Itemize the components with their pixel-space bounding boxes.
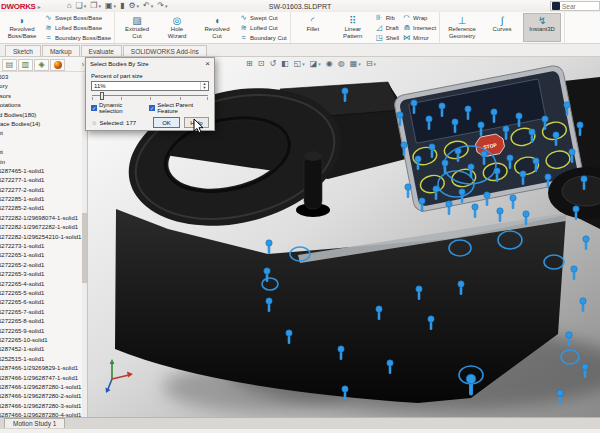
instant3d-button[interactable]: ↯Instant3D — [523, 13, 561, 42]
displaymanager-tab[interactable] — [50, 59, 65, 71]
select-parent-feature-checkbox[interactable]: ✓ Select Parent Feature — [149, 102, 209, 114]
tree-item[interactable]: Front — [0, 129, 82, 138]
dynamic-selection-checkbox[interactable]: ✓ Dynamic selection — [91, 102, 142, 114]
tree-item[interactable]: History — [0, 82, 82, 91]
checkbox-checked-icon[interactable]: ✓ — [149, 105, 155, 111]
tree-item[interactable]: 6272282-1/29672282-1-solid1 — [0, 223, 82, 232]
tree-item[interactable]: 6272265-3-solid1 — [0, 270, 82, 279]
rebuild-icon[interactable]: ▮ — [120, 1, 124, 11]
reference-geometry-button[interactable]: ⊥Reference Geometry — [443, 13, 481, 42]
curves-button[interactable]: ∫Curves — [483, 13, 521, 42]
mirror-button[interactable]: ⋈Mirror — [402, 33, 436, 42]
draft-button[interactable]: ◿Draft — [375, 23, 399, 32]
checkbox-checked-icon[interactable]: ✓ — [91, 105, 97, 111]
tree-item[interactable]: 6252515-1-solid1 — [0, 355, 82, 364]
new-document-icon[interactable]: ❏▾ — [76, 1, 87, 11]
swept-cut-button[interactable]: ∿Swept Cut — [239, 13, 287, 22]
previous-view-icon[interactable]: ↺ — [269, 59, 276, 68]
spin-buttons[interactable]: ▲▼ — [200, 82, 208, 90]
close-icon[interactable]: × — [205, 59, 210, 68]
scene-icon[interactable]: ▦▾ — [350, 59, 361, 68]
tree-item[interactable]: Solid Bodies(180) — [0, 111, 82, 120]
configurationmanager-tab[interactable]: ◈ — [34, 59, 49, 71]
tree-item[interactable]: Top — [0, 139, 82, 148]
tree-item[interactable]: 6287466-1/296287280-2-solid1 — [0, 392, 82, 401]
tree-item[interactable]: 6287466-1/29269829-1-solid1 — [0, 364, 82, 373]
revolved-cut-button[interactable]: ◖Revolved Cut — [198, 13, 236, 42]
extruded-cut-button[interactable]: ▨Extruded Cut — [118, 13, 156, 42]
dialog-title-bar[interactable]: Select Bodies By Size × — [86, 58, 214, 69]
help-button[interactable]: Help — [184, 117, 209, 128]
percent-slider[interactable] — [91, 92, 209, 100]
search-input[interactable]: Sear — [562, 3, 576, 10]
tree-item[interactable]: 6272265-6-solid1 — [0, 298, 82, 307]
propertymanager-tab[interactable]: ▥ — [18, 59, 33, 71]
tree-item[interactable]: 6272282-1/296254210-1-solid1 — [0, 233, 82, 242]
tree-item[interactable]: 6272265-7-solid1 — [0, 308, 82, 317]
tab-markup[interactable]: Markup — [42, 45, 80, 56]
swept-boss-base-button[interactable]: ∿Swept Boss/Base — [44, 13, 111, 22]
tree-item[interactable]: 6272265-9-solid1 — [0, 327, 82, 336]
section-view-icon[interactable]: ◧ — [281, 59, 289, 68]
hide-show-items-icon[interactable]: ◉ — [326, 59, 333, 68]
tab-sketch[interactable]: Sketch — [5, 45, 41, 56]
tree-item[interactable]: 6287466-1/296287280-1-solid1 — [0, 383, 82, 392]
lofted-cut-button[interactable]: ≋Lofted Cut — [239, 23, 287, 32]
appearances-icon[interactable]: ◍ — [338, 59, 345, 68]
tree-item[interactable]: Right — [0, 148, 82, 157]
display-style-icon[interactable]: ◪▾ — [310, 59, 321, 68]
options-icon[interactable]: ⚙▾ — [128, 1, 139, 11]
zoom-to-area-icon[interactable]: ⊡ — [258, 59, 265, 68]
tree-item[interactable]: 6272265-5-solid1 — [0, 289, 82, 298]
percent-value[interactable]: 11% — [92, 82, 200, 90]
tree-item[interactable]: 6272282-1/29698074-1-solid1 — [0, 214, 82, 223]
tree-item[interactable]: 6272273-1-solid1 — [0, 242, 82, 251]
view-settings-icon[interactable]: ⊟▾ — [366, 59, 376, 68]
fillet-button[interactable]: ◜Fillet — [294, 13, 332, 42]
tab-solidworks-add-ins[interactable]: SOLIDWORKS Add-Ins — [123, 45, 207, 56]
rib-button[interactable]: ⊪Rib — [375, 13, 399, 22]
tree-item[interactable]: 6272277-1-solid1 — [0, 176, 82, 185]
tree-item[interactable]: 6287465-1-solid1 — [0, 167, 82, 176]
tree-item[interactable]: 6287452-1-solid1 — [0, 345, 82, 354]
wrap-button[interactable]: ◠Wrap — [402, 13, 436, 22]
tab-evaluate[interactable]: Evaluate — [81, 45, 122, 56]
slider-thumb[interactable] — [100, 92, 104, 100]
tree-item[interactable]: 6272265-4-solid1 — [0, 280, 82, 289]
tree-item[interactable]: Sensors — [0, 92, 82, 101]
tree-item[interactable]: 6272285-1-solid1 — [0, 195, 82, 204]
tree-item[interactable]: 6287466-1/296287280-3-solid1 — [0, 402, 82, 411]
tree-item[interactable]: SW-01603 — [0, 73, 82, 82]
revolved-boss-base-button[interactable]: ◗Revolved Boss/Base — [3, 13, 41, 42]
view-orientation-icon[interactable]: ◱▾ — [294, 59, 305, 68]
lofted-boss-base-button[interactable]: ≋Lofted Boss/Base — [44, 23, 111, 32]
featuremanager-tree-tab[interactable]: ▤ — [2, 59, 17, 71]
linear-pattern-button[interactable]: ⠿Linear Pattern — [334, 13, 372, 42]
open-icon[interactable]: ❐▾ — [90, 1, 101, 11]
tree-item[interactable]: 6272277-2-solid1 — [0, 186, 82, 195]
tree-item[interactable]: 6272285-2-solid1 — [0, 204, 82, 213]
redo-icon[interactable]: ↷▾ — [157, 1, 167, 11]
save-icon[interactable]: ▣▾ — [105, 1, 116, 11]
hole-wizard-button[interactable]: ◎Hole Wizard — [158, 13, 196, 42]
ok-button[interactable]: OK — [153, 117, 180, 128]
search-box[interactable]: Sear — [550, 1, 600, 11]
shell-button[interactable]: ◳Shell — [375, 33, 399, 42]
undo-icon[interactable]: ↶▾ — [143, 1, 153, 11]
home-icon[interactable]: ⌂ — [67, 1, 72, 11]
tree-item[interactable]: 6272265-8-solid1 — [0, 317, 82, 326]
zoom-to-fit-icon[interactable]: ⊞ — [246, 59, 253, 68]
tree-item[interactable]: Origin — [0, 158, 82, 167]
tree-item[interactable]: 6272265-2-solid1 — [0, 261, 82, 270]
percent-spinbox[interactable]: 11% ▲▼ — [91, 81, 209, 91]
tree-item[interactable]: 6272265-10-solid1 — [0, 336, 82, 345]
boundary-cut-button[interactable]: ≈Boundary Cut — [239, 33, 287, 42]
tree-scrollbar-thumb[interactable] — [82, 213, 87, 283]
intersect-button[interactable]: ⋒Intersect — [402, 23, 436, 32]
menu-expand-arrow-icon[interactable]: ▸ — [38, 3, 41, 10]
spin-down-icon[interactable]: ▼ — [201, 86, 208, 90]
tree-item[interactable]: 6287466-1/29628747-1-solid1 — [0, 374, 82, 383]
boundary-boss-base-button[interactable]: ≈Boundary Boss/Base — [44, 33, 111, 42]
tree-item[interactable]: Annotations — [0, 101, 82, 110]
motion-study-tab[interactable]: Motion Study 1 — [4, 418, 65, 428]
